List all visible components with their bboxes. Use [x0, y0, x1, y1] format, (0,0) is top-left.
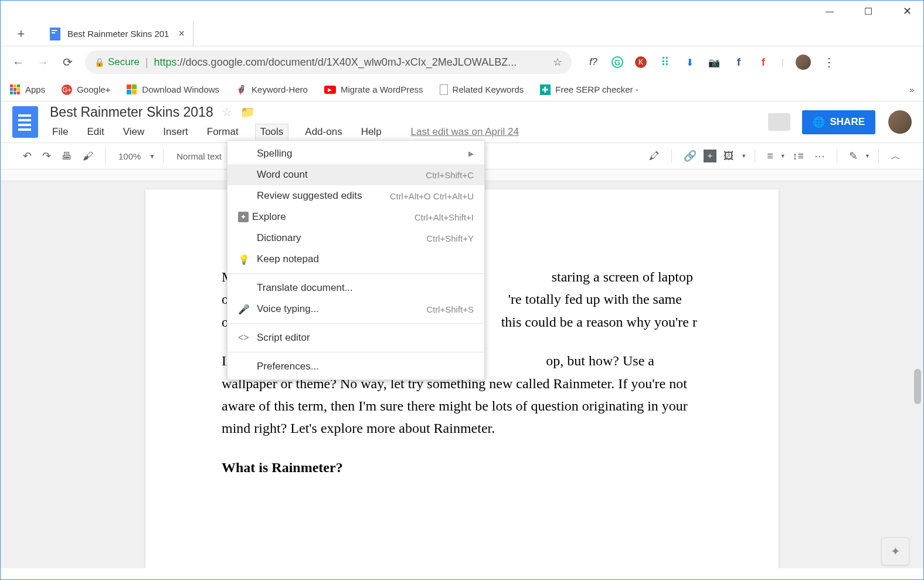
back-button[interactable]: ← — [9, 56, 28, 69]
menu-file[interactable]: File — [50, 124, 70, 140]
menu-format[interactable]: Format — [205, 124, 241, 140]
print-button[interactable]: 🖶 — [58, 148, 76, 165]
bookmark-related-keywords[interactable]: Related Keywords — [440, 84, 524, 95]
collapse-toolbar-button[interactable]: ︿ — [887, 147, 905, 165]
ext-camera-icon[interactable]: 📷 — [708, 56, 721, 69]
whatfont-ext-icon[interactable]: f? — [587, 56, 600, 69]
ext-separator: | — [782, 57, 784, 67]
bookmark-label: Keyword-Hero — [252, 84, 308, 94]
windows-icon — [127, 84, 137, 95]
tools-voice-typing-item[interactable]: 🎤Voice typing...Ctrl+Shift+S — [227, 299, 484, 320]
tab-close-button[interactable]: × — [178, 28, 185, 40]
bookmark-label: Free SERP checker - — [555, 84, 638, 94]
explore-fab-button[interactable] — [881, 537, 909, 565]
chevron-down-icon: ▼ — [149, 153, 155, 160]
tools-dictionary-item[interactable]: DictionaryCtrl+Shift+Y — [227, 228, 484, 249]
minimize-button[interactable]: — — [819, 6, 840, 16]
new-tab-button[interactable]: + — [12, 26, 30, 42]
tools-word-count-item[interactable]: Word countCtrl+Shift+C — [227, 164, 484, 185]
url-separator: | — [145, 56, 148, 69]
youtube-icon: ▶ — [324, 86, 336, 94]
user-avatar[interactable] — [888, 110, 912, 134]
tools-translate-item[interactable]: Translate document... — [227, 277, 484, 299]
bookmark-migrate-wordpress[interactable]: ▶ Migrate a WordPress — [324, 84, 423, 94]
zoom-select[interactable]: 100% — [114, 151, 145, 161]
ext-f2-icon[interactable]: f — [757, 56, 770, 69]
insert-link-button[interactable]: 🔗 — [680, 147, 700, 165]
ext-dots-icon[interactable]: ⠿ — [658, 56, 671, 69]
share-label: SHARE — [830, 116, 865, 128]
menu-addons[interactable]: Add-ons — [303, 124, 344, 140]
move-folder-icon[interactable]: 📁 — [240, 105, 255, 119]
lock-icon: 🔒 — [94, 57, 104, 67]
docs-favicon-icon — [50, 28, 60, 40]
reload-button[interactable]: ⟳ — [58, 55, 77, 69]
menu-help[interactable]: Help — [359, 124, 384, 140]
document-heading[interactable]: What is Rainmeter? — [222, 456, 702, 479]
document-title[interactable]: Best Rainmeter Skins 2018 — [50, 104, 213, 120]
ext-facebook-icon[interactable]: f — [732, 56, 745, 69]
apps-grid-icon — [10, 84, 21, 95]
insert-comment-button[interactable]: ＋ — [704, 150, 716, 162]
grammarly-ext-icon[interactable]: G — [612, 56, 623, 68]
forward-button[interactable]: → — [33, 56, 52, 69]
profile-avatar-icon[interactable] — [796, 55, 811, 70]
submenu-arrow-icon: ▶ — [468, 150, 474, 158]
paint-format-button[interactable]: 🖌 — [79, 148, 97, 165]
editing-mode-button[interactable]: ✎ — [845, 147, 861, 165]
url-protocol: https — [154, 56, 177, 69]
chevron-down-icon: ▼ — [865, 153, 870, 159]
bookmark-free-serp[interactable]: ✚ Free SERP checker - — [540, 84, 638, 95]
google-docs-logo-icon[interactable] — [12, 106, 38, 138]
comments-button[interactable] — [768, 113, 790, 131]
undo-button[interactable]: ↶ — [19, 147, 35, 165]
chevron-down-icon: ▼ — [741, 153, 746, 159]
keyword-hero-icon: 🦸 — [236, 84, 247, 95]
share-button[interactable]: 🌐 SHARE — [802, 110, 875, 134]
close-window-button[interactable]: ✕ — [896, 5, 918, 18]
bookmark-label: Google+ — [77, 84, 110, 94]
tools-script-editor-item[interactable]: <>Script editor — [227, 327, 484, 348]
menu-tools[interactable]: Tools — [255, 124, 289, 140]
align-button[interactable]: ≡ — [763, 148, 777, 165]
maximize-button[interactable]: ☐ — [858, 6, 879, 17]
secure-label: Secure — [108, 56, 140, 68]
url-text: ://docs.google.com/document/d/1X40X_wlw0… — [177, 56, 517, 69]
ext-download-icon[interactable]: ⬇ — [683, 56, 696, 69]
bookmark-googleplus[interactable]: G+ Google+ — [62, 84, 110, 95]
menu-edit[interactable]: Edit — [84, 124, 106, 140]
line-spacing-button[interactable]: ↕≡ — [789, 148, 808, 165]
bookmark-star-icon[interactable]: ☆ — [553, 56, 562, 69]
text-style-select[interactable]: Normal text — [172, 151, 226, 161]
microphone-icon: 🎤 — [238, 304, 253, 315]
lightbulb-icon: 💡 — [238, 254, 253, 265]
menu-insert[interactable]: Insert — [161, 124, 191, 140]
browser-tab[interactable]: Best Rainmeter Skins 201 × — [42, 22, 193, 46]
redo-button[interactable]: ↷ — [39, 147, 55, 165]
code-icon: <> — [238, 333, 253, 343]
ext-k-icon[interactable]: K — [635, 56, 647, 68]
highlight-button[interactable]: 🖍 — [646, 148, 663, 165]
chrome-menu-button[interactable]: ⋮ — [823, 56, 835, 69]
last-edit-link[interactable]: Last edit was on April 24 — [411, 126, 519, 138]
tools-spelling-item[interactable]: Spelling▶ — [227, 143, 484, 164]
bookmark-label: Apps — [25, 84, 45, 94]
bookmark-apps[interactable]: Apps — [10, 84, 45, 95]
tools-preferences-item[interactable]: Preferences... — [227, 356, 484, 377]
address-bar[interactable]: 🔒 Secure | https://docs.google.com/docum… — [85, 50, 572, 74]
vertical-scrollbar-thumb[interactable] — [914, 369, 921, 404]
globe-icon: 🌐 — [813, 116, 825, 128]
star-icon[interactable]: ☆ — [222, 105, 232, 119]
bookmark-label: Related Keywords — [453, 84, 524, 94]
bookmark-overflow-button[interactable]: » — [909, 85, 914, 94]
insert-image-button[interactable]: 🖼 — [720, 148, 738, 165]
tools-keep-notepad-item[interactable]: 💡Keep notepad — [227, 249, 484, 270]
menu-view[interactable]: View — [121, 124, 147, 140]
more-button[interactable]: ⋯ — [811, 147, 828, 165]
tab-title: Best Rainmeter Skins 201 — [67, 29, 169, 39]
tools-review-edits-item[interactable]: Review suggested editsCtrl+Alt+O Ctrl+Al… — [227, 185, 484, 206]
bookmark-download-windows[interactable]: Download Windows — [127, 84, 219, 95]
bookmark-label: Migrate a WordPress — [341, 84, 423, 94]
tools-explore-item[interactable]: ✦ExploreCtrl+Alt+Shift+I — [227, 206, 484, 228]
bookmark-keyword-hero[interactable]: 🦸 Keyword-Hero — [236, 84, 308, 95]
